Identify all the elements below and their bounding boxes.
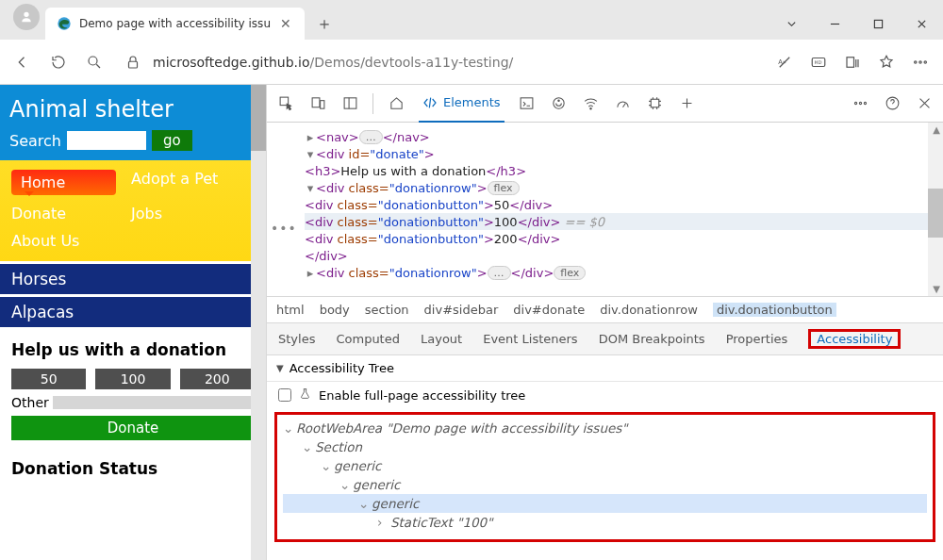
tree-node-selected[interactable]: ⌄generic (283, 494, 927, 513)
new-tab-button[interactable]: ＋ (310, 9, 339, 38)
svg-point-20 (854, 102, 856, 104)
address-bar[interactable]: microsoftedge.github.io/Demos/devtools-a… (121, 54, 758, 71)
svg-rect-1 (874, 20, 882, 27)
nav-donate[interactable]: Donate (11, 205, 116, 222)
fullpage-tree-checkbox[interactable] (278, 388, 291, 402)
devtools-more-icon[interactable] (851, 94, 869, 113)
page-scrollbar-thumb[interactable] (251, 85, 266, 151)
gutter-dots-icon: ••• (271, 221, 297, 236)
styles-tabs: Styles Computed Layout Event Listeners D… (267, 322, 943, 354)
lock-icon[interactable] (124, 54, 141, 71)
crumb[interactable]: html (276, 303, 305, 317)
search-label: Search (9, 132, 61, 150)
scroll-down-icon[interactable]: ▼ (933, 284, 940, 294)
elements-tab[interactable]: Elements (419, 85, 505, 123)
dom-tree[interactable]: ▸<nav> … </nav> ▾<div id="donate"> <h3>H… (267, 123, 943, 287)
tab-layout[interactable]: Layout (421, 332, 462, 346)
back-icon[interactable] (13, 53, 32, 72)
list-item[interactable]: Horses (0, 261, 266, 294)
tab-dom-breakpoints[interactable]: DOM Breakpoints (599, 332, 705, 346)
sources-icon[interactable] (550, 94, 569, 113)
panel-icon[interactable] (340, 94, 359, 113)
devtools-panel: Elements ••• ▸<nav> … </nav> ▾<div id="d… (266, 85, 943, 560)
fullpage-tree-label: Enable full-page accessibility tree (319, 388, 525, 403)
svg-point-22 (864, 102, 866, 104)
svg-rect-14 (344, 98, 356, 108)
donation-status-heading: Donation Status (11, 459, 255, 478)
other-input[interactable] (53, 396, 255, 409)
accessibility-tree[interactable]: ⌄RootWebArea "Demo page with accessibili… (274, 412, 935, 542)
crumb[interactable]: div.donationrow (600, 303, 698, 317)
url-text: microsoftedge.github.io/Demos/devtools-a… (153, 55, 513, 70)
donate-button[interactable]: Donate (11, 416, 255, 440)
profile-avatar[interactable] (13, 4, 40, 30)
tab-computed[interactable]: Computed (336, 332, 400, 346)
svg-text:HD: HD (815, 59, 822, 65)
nav-jobs[interactable]: Jobs (131, 205, 255, 222)
page-scrollbar[interactable] (251, 85, 266, 560)
dom-scrollbar-thumb[interactable] (928, 189, 943, 238)
help-icon[interactable] (883, 94, 902, 113)
more-icon[interactable] (911, 53, 930, 72)
hd-icon[interactable]: HD (809, 53, 828, 72)
nav-home[interactable]: Home (11, 170, 116, 195)
welcome-icon[interactable] (387, 94, 405, 113)
memory-icon[interactable] (646, 94, 665, 113)
svg-point-8 (915, 60, 917, 62)
devtools-close-icon[interactable] (915, 94, 934, 113)
selected-dom-node[interactable]: <div class="donationbutton">100</div> ==… (305, 213, 943, 230)
donation-amount-button[interactable]: 200 (180, 369, 255, 389)
crumb-selected[interactable]: div.donationbutton (713, 303, 836, 317)
window-maximize-icon[interactable] (856, 8, 900, 40)
nav-adopt[interactable]: Adopt a Pet (131, 170, 255, 195)
crumb[interactable]: section (365, 303, 409, 317)
breadcrumb[interactable]: html body section div#sidebar div#donate… (267, 296, 943, 322)
donation-amount-button[interactable]: 100 (95, 369, 170, 389)
tab-accessibility[interactable]: Accessibility (811, 328, 898, 350)
svg-point-10 (924, 60, 926, 62)
favorite-icon[interactable] (877, 53, 896, 72)
accessibility-tree-header[interactable]: ▼ Accessibility Tree (267, 354, 943, 381)
browser-toolbar: microsoftedge.github.io/Demos/devtools-a… (0, 40, 943, 85)
svg-point-18 (590, 107, 591, 108)
svg-text:A»: A» (778, 58, 786, 66)
main-nav: Home Adopt a Pet Donate Jobs About Us (0, 160, 266, 261)
collections-icon[interactable] (843, 53, 862, 72)
svg-rect-19 (651, 99, 659, 107)
device-icon[interactable] (308, 94, 327, 113)
browser-titlebar: Demo page with accessibility issu ✕ ＋ (0, 0, 943, 40)
window-close-icon[interactable] (900, 8, 943, 40)
read-aloud-icon[interactable]: A» (775, 53, 794, 72)
refresh-icon[interactable] (49, 53, 68, 72)
console-icon[interactable] (518, 94, 537, 113)
browser-tab[interactable]: Demo page with accessibility issu ✕ (45, 8, 305, 40)
crumb[interactable]: body (320, 303, 350, 317)
window-minimize-icon[interactable] (813, 8, 856, 40)
crumb[interactable]: div#donate (513, 303, 585, 317)
go-button[interactable]: go (152, 130, 192, 151)
tab-properties[interactable]: Properties (726, 332, 788, 346)
more-tabs-icon[interactable] (678, 94, 697, 113)
tab-close-icon[interactable]: ✕ (278, 16, 293, 31)
list-item[interactable]: Alpacas (0, 294, 266, 327)
svg-rect-13 (320, 101, 323, 109)
search-input[interactable] (67, 131, 146, 150)
inspect-icon[interactable] (276, 94, 295, 113)
devtools-toolbar: Elements (267, 85, 943, 123)
tab-event-listeners[interactable]: Event Listeners (483, 332, 577, 346)
window-chevron-icon[interactable] (769, 8, 813, 40)
tab-accessibility-highlight: Accessibility (808, 329, 901, 349)
svg-rect-12 (312, 98, 320, 107)
search-icon[interactable] (85, 53, 104, 72)
performance-icon[interactable] (614, 94, 633, 113)
tab-styles[interactable]: Styles (278, 332, 315, 346)
crumb[interactable]: div#sidebar (424, 303, 499, 317)
donation-amount-button[interactable]: 50 (11, 369, 86, 389)
scroll-up-icon[interactable]: ▲ (933, 124, 940, 135)
network-icon[interactable] (582, 94, 601, 113)
page-title: Animal shelter (9, 96, 256, 123)
nav-about[interactable]: About Us (11, 232, 116, 250)
other-label: Other (11, 395, 49, 410)
svg-rect-15 (521, 98, 533, 108)
webpage-viewport: Animal shelter Search go Home Adopt a Pe… (0, 85, 266, 560)
